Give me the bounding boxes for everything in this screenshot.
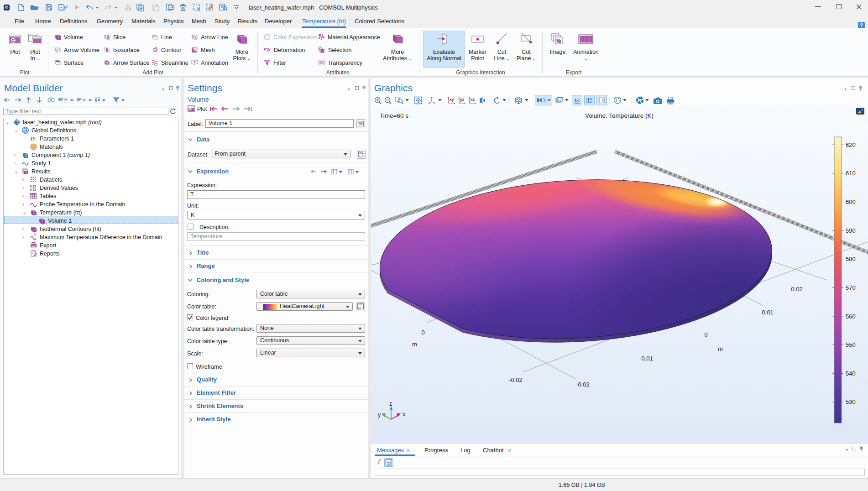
svg-text:Volume: Temperature (K): Volume: Temperature (K) — [585, 112, 654, 119]
svg-text:0.02: 0.02 — [791, 286, 802, 293]
svg-text:xy: xy — [450, 97, 454, 102]
svg-text:m: m — [718, 345, 723, 352]
svg-text:580: 580 — [846, 256, 856, 262]
svg-text:620: 620 — [846, 141, 856, 148]
svg-text:e-12: e-12 — [30, 188, 36, 191]
svg-text:-0.01: -0.01 — [639, 355, 653, 362]
svg-text:8.85: 8.85 — [30, 185, 36, 188]
svg-text:0.01: 0.01 — [762, 309, 773, 316]
svg-text:0: 0 — [421, 329, 424, 336]
svg-text:y: y — [378, 412, 381, 418]
svg-text:*: * — [34, 234, 36, 238]
svg-text:570: 570 — [846, 284, 856, 291]
svg-text:540: 540 — [846, 370, 856, 377]
svg-text:-0.02: -0.02 — [576, 381, 590, 388]
svg-text:550: 550 — [846, 341, 856, 348]
svg-text:560: 560 — [846, 313, 856, 320]
svg-text:yz: yz — [460, 97, 464, 102]
svg-text:530: 530 — [846, 398, 856, 405]
svg-text:Time=60 s: Time=60 s — [380, 112, 408, 119]
svg-text:z: z — [389, 401, 392, 407]
svg-text:590: 590 — [846, 227, 856, 234]
svg-text:P: P — [31, 135, 34, 142]
svg-text:x: x — [403, 411, 406, 418]
svg-text:-0.02: -0.02 — [509, 376, 523, 383]
svg-text:0: 0 — [704, 331, 707, 338]
svg-text:m: m — [412, 341, 417, 348]
svg-text:600: 600 — [846, 198, 856, 205]
svg-text:i: i — [34, 136, 36, 141]
svg-text:xz: xz — [471, 97, 475, 102]
svg-text:610: 610 — [846, 170, 856, 177]
